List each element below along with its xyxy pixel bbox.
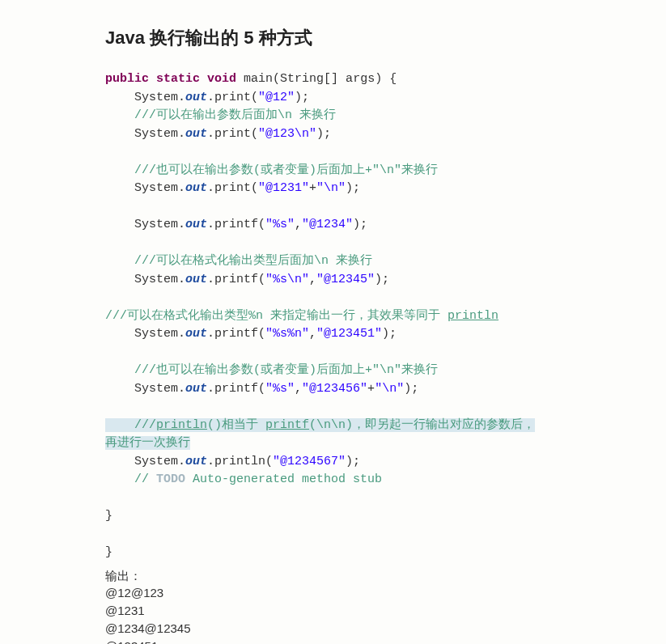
- comment: //: [105, 472, 156, 486]
- string-literal: "@1231": [258, 181, 309, 195]
- comment: ///也可以在输出参数(或者变量)后面加上+"\n"来换行: [105, 363, 438, 377]
- method-name: main: [244, 72, 273, 86]
- code-text: System.: [105, 327, 185, 341]
- code-text: );: [353, 218, 367, 231]
- code-text: .print(: [207, 127, 258, 141]
- comment: ///: [105, 418, 156, 432]
- output-line: @1231: [105, 602, 617, 620]
- string-literal: "@1234567": [273, 455, 346, 468]
- method-params: (String[] args) {: [273, 72, 397, 86]
- code-text: System.: [105, 91, 185, 104]
- page-title: Java 换行输出的 5 种方式: [105, 24, 617, 51]
- code-text: );: [295, 91, 309, 104]
- comment: (\n\n)，即另起一行输出对应的参数后，: [309, 418, 535, 432]
- field-out: out: [185, 455, 207, 468]
- comment-underline: println: [156, 418, 207, 432]
- comment-underline: printf: [265, 418, 309, 432]
- close-brace: }: [105, 509, 112, 523]
- code-text: .printf(: [207, 218, 265, 231]
- code-block: public static void main(String[] args) {…: [105, 70, 617, 562]
- field-out: out: [185, 181, 207, 195]
- code-text: .println(: [207, 455, 273, 468]
- code-text: System.: [105, 382, 185, 396]
- comment: ///可以在格式化输出类型%n 来指定输出一行，其效果等同于: [105, 309, 448, 323]
- comment: 再进行一次换行: [105, 436, 190, 450]
- keyword-void: void: [207, 72, 236, 86]
- code-text: ,: [309, 327, 316, 341]
- string-literal: "@123456": [302, 382, 367, 396]
- output-line: @123451: [105, 638, 617, 645]
- code-text: );: [375, 273, 389, 286]
- comment: ()相当于: [207, 418, 265, 432]
- code-text: );: [404, 382, 418, 396]
- comment: ///可以在输出参数后面加\n 来换行: [105, 108, 336, 122]
- code-text: .printf(: [207, 273, 265, 286]
- output-label: 输出：: [105, 567, 617, 585]
- code-text: .printf(: [207, 382, 265, 396]
- code-text: .printf(: [207, 327, 265, 341]
- string-literal: "@1234": [302, 218, 353, 231]
- output-line: @1234@12345: [105, 620, 617, 638]
- output-line: @12@123: [105, 584, 617, 602]
- code-text: );: [346, 455, 360, 468]
- field-out: out: [185, 91, 207, 104]
- code-text: );: [346, 181, 360, 195]
- string-literal: "@123\n": [258, 127, 316, 141]
- code-text: System.: [105, 218, 185, 231]
- comment: Auto-generated method stub: [185, 472, 382, 486]
- field-out: out: [185, 273, 207, 286]
- field-out: out: [185, 382, 207, 396]
- string-literal: "%s%n": [265, 327, 309, 341]
- code-text: System.: [105, 127, 185, 141]
- code-text: System.: [105, 181, 185, 195]
- code-text: +: [367, 382, 375, 396]
- code-text: .print(: [207, 181, 258, 195]
- output-block: 输出： @12@123 @1231 @1234@12345 @123451 @1…: [105, 567, 617, 645]
- code-text: System.: [105, 273, 185, 286]
- close-brace: }: [105, 545, 112, 559]
- code-text: ,: [295, 382, 302, 396]
- string-literal: "\n": [316, 181, 346, 195]
- code-text: ,: [295, 218, 302, 231]
- field-out: out: [185, 327, 207, 341]
- string-literal: "@12345": [316, 273, 375, 286]
- comment: ///可以在格式化输出类型后面加\n 来换行: [105, 254, 372, 268]
- comment-underline: println: [448, 309, 498, 323]
- code-text: +: [309, 181, 316, 195]
- string-literal: "\n": [375, 382, 404, 396]
- code-text: );: [316, 127, 331, 141]
- string-literal: "@123451": [316, 327, 382, 341]
- code-text: );: [382, 327, 397, 341]
- todo-keyword: TODO: [156, 472, 185, 486]
- string-literal: "%s": [265, 382, 295, 396]
- code-text: .print(: [207, 91, 258, 104]
- comment: ///也可以在输出参数(或者变量)后面加上+"\n"来换行: [105, 163, 438, 177]
- string-literal: "%s\n": [265, 273, 309, 286]
- code-text: System.: [105, 455, 185, 468]
- string-literal: "@12": [258, 91, 295, 104]
- keyword-static: static: [156, 72, 200, 86]
- keyword-public: public: [105, 72, 149, 86]
- field-out: out: [185, 218, 207, 231]
- string-literal: "%s": [265, 218, 295, 231]
- code-text: ,: [309, 273, 316, 286]
- field-out: out: [185, 127, 207, 141]
